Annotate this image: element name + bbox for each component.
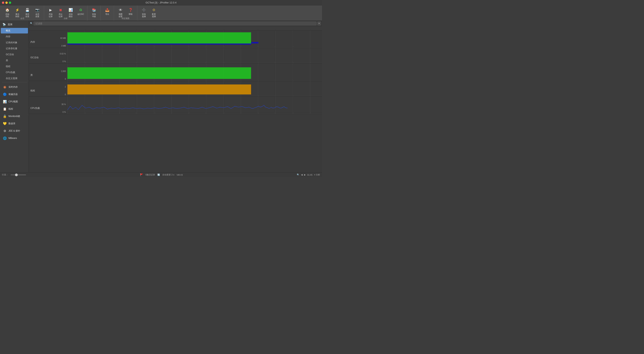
mbeans-label: MBeans bbox=[8, 137, 17, 139]
statusbar: 行高： 🚩 0激活记录 🔄 自动更新 2 s VM #3 🔍 ◀ ▶ 01:45… bbox=[0, 172, 322, 177]
help-icon: ❓ bbox=[128, 7, 133, 13]
sidebar-section-jee-probes[interactable]: ⚙ JEE & 探针 bbox=[1, 127, 28, 134]
active-sessions-label: 0激活记录 bbox=[146, 173, 155, 176]
sidebar-item-cpu-load[interactable]: CPU负载 bbox=[1, 70, 28, 75]
session-settings-button[interactable]: 📷 会话设置 bbox=[32, 6, 42, 18]
refresh-icon: 🔄 bbox=[157, 174, 160, 176]
classes-top-value: 2,000 bbox=[61, 70, 66, 72]
minimize-button[interactable] bbox=[6, 1, 8, 4]
cpu-views-icon: 📊 bbox=[3, 99, 7, 104]
gc-name: GC活动 bbox=[30, 56, 38, 59]
maximize-button[interactable] bbox=[9, 1, 11, 4]
threads-canvas bbox=[68, 81, 322, 96]
start-record-button[interactable]: ▶ 开始记录 bbox=[46, 6, 56, 18]
stop-record-button[interactable]: ⏹ 停止记录 bbox=[56, 6, 66, 18]
view-icon: 👁 bbox=[118, 7, 123, 13]
add-probe-button[interactable]: ➕ 添加遥测 bbox=[139, 6, 149, 18]
start-trace-button[interactable]: 📊 启动跟踪 bbox=[66, 6, 76, 18]
main-area: 📡 遥测 概览 内存 记录的对象 记录吞吐量 GC活动 类 线程 CPU负载 自… bbox=[0, 21, 322, 172]
toolbar-group-view-label: 特定视图 bbox=[114, 17, 137, 20]
telemetry-label: 遥测 bbox=[8, 23, 12, 26]
sidebar-section-database[interactable]: 💛 数据库 bbox=[1, 120, 28, 127]
config-probe-button[interactable]: ⚙ 配置遥测 bbox=[149, 6, 159, 18]
search-status-icon[interactable]: 🔍 bbox=[297, 174, 300, 176]
jee-probes-label: JEE & 探针 bbox=[8, 129, 20, 133]
sidebar-item-recorded-objects[interactable]: 记录的对象 bbox=[1, 40, 28, 45]
sidebar: 📡 遥测 概览 内存 记录的对象 记录吞吐量 GC活动 类 线程 CPU负载 自… bbox=[0, 21, 29, 172]
sidebar-item-overview[interactable]: 概览 bbox=[1, 28, 28, 33]
sidebar-item-classes[interactable]: 类 bbox=[1, 58, 28, 63]
row-height-slider[interactable] bbox=[10, 174, 26, 175]
sidebar-item-custom-probe[interactable]: 自定义遥测 bbox=[1, 76, 28, 81]
add-probe-label: 添加遥测 bbox=[142, 13, 146, 18]
lightning-icon: ⚡ bbox=[15, 7, 20, 13]
filter-dropdown-button[interactable]: ▼ bbox=[318, 21, 321, 25]
view-settings-button[interactable]: 👁 视图设置 bbox=[116, 6, 126, 18]
live-memory-icon: ◉ bbox=[3, 85, 7, 89]
sidebar-section-threads[interactable]: 📋 线程 bbox=[1, 105, 28, 112]
statusbar-left: 行高： bbox=[2, 173, 26, 176]
start-ide-button[interactable]: 🏠 启动IDE bbox=[2, 6, 12, 18]
monitor-lock-label: Monitor&锁 bbox=[8, 115, 20, 118]
classes-canvas bbox=[68, 63, 322, 81]
help-button[interactable]: ❓ 帮助 bbox=[126, 6, 136, 18]
gc-canvas bbox=[68, 48, 322, 63]
svg-rect-5 bbox=[68, 67, 251, 79]
update-label: 自动更新 2 s bbox=[162, 173, 174, 176]
add-bookmark-button[interactable]: 📚 添加书签 bbox=[89, 6, 99, 18]
heap-walker-icon: 🔵 bbox=[3, 92, 7, 96]
sidebar-section-monitor-lock[interactable]: 🔒 Monitor&锁 bbox=[1, 113, 28, 119]
gc-chart-row: 0.02 % GC活动 0 % bbox=[29, 48, 322, 63]
sidebar-section-telemetry[interactable]: 📡 遥测 bbox=[0, 21, 29, 28]
jee-probes-icon: ⚙ bbox=[3, 129, 7, 133]
run-gc-button[interactable]: ♻ 运行GC bbox=[76, 6, 86, 18]
toolbar-group-probe: ➕ 添加遥测 ⚙ 配置遥测 bbox=[137, 5, 160, 20]
timeline-header: 0:10 0:20 0:30 0:40 0:50 1:00 1:10 1:20 … bbox=[29, 26, 322, 30]
gc-top-value: 0.02 % bbox=[60, 53, 66, 55]
export-button[interactable]: 📤 导出 bbox=[102, 6, 112, 18]
toolbar-group-export: 📤 导出 bbox=[101, 5, 114, 20]
toolbar-group-session-label: 会话 bbox=[1, 17, 44, 20]
charts-scroll[interactable]: 60 MB 内存 0 MB bbox=[29, 30, 322, 172]
run-gc-label: 运行GC bbox=[78, 13, 84, 15]
memory-bottom-value: 0 MB bbox=[62, 45, 66, 47]
memory-chart-row: 60 MB 内存 0 MB bbox=[29, 30, 322, 48]
svg-rect-7 bbox=[68, 84, 251, 94]
config-probe-label: 配置遥测 bbox=[152, 13, 156, 18]
threads-top-value: 2 bbox=[65, 86, 66, 88]
threads-label: 2 线程 0 bbox=[29, 81, 68, 96]
threads-chart-row: 2 线程 0 bbox=[29, 81, 322, 97]
analysis-label[interactable]: ≡ 分析 bbox=[314, 173, 320, 176]
add-bookmark-label: 添加书签 bbox=[92, 13, 96, 18]
traffic-lights bbox=[2, 1, 11, 4]
memory-canvas bbox=[68, 30, 322, 48]
monitor-lock-icon: 🔒 bbox=[3, 114, 7, 118]
gc-svg bbox=[68, 48, 322, 63]
nav-right-icon[interactable]: ▶ bbox=[304, 174, 306, 176]
sidebar-item-memory[interactable]: 内存 bbox=[1, 34, 28, 39]
sidebar-section-cpu-views[interactable]: 📊 CPU视图 bbox=[1, 98, 28, 105]
help-label: 帮助 bbox=[129, 13, 132, 15]
sidebar-section-heap-walker[interactable]: 🔵 堆遍历器 bbox=[1, 91, 28, 97]
save-settings-button[interactable]: 💾 保存设置 bbox=[22, 6, 32, 18]
sidebar-item-gc-activity[interactable]: GC活动 bbox=[1, 52, 28, 57]
sidebar-section-mbeans[interactable]: 🌐 MBeans bbox=[1, 134, 28, 141]
sidebar-item-recorded-throughput[interactable]: 记录吞吐量 bbox=[1, 46, 28, 51]
charts-area: 0:10 0:20 0:30 0:40 0:50 1:00 1:10 1:20 … bbox=[29, 26, 322, 172]
camera-icon: 📷 bbox=[35, 7, 40, 13]
heap-walker-label: 堆遍历器 bbox=[8, 93, 18, 96]
toolbar-group-view: 👁 视图设置 ❓ 帮助 特定视图 bbox=[114, 5, 137, 20]
database-icon: 💛 bbox=[3, 121, 7, 126]
toolbar-group-bookmark: 📚 添加书签 bbox=[88, 5, 101, 20]
live-session-button[interactable]: ⚡ 激活快照 bbox=[12, 6, 22, 18]
sidebar-section-live-memory[interactable]: ◉ 实时内存 bbox=[1, 83, 28, 90]
books-icon: 📚 bbox=[91, 7, 97, 13]
nav-left-icon[interactable]: ◀ bbox=[301, 174, 302, 176]
close-button[interactable] bbox=[2, 1, 4, 4]
export-icon: 📤 bbox=[104, 7, 110, 13]
filter-input[interactable] bbox=[34, 21, 316, 25]
vm-label: VM #3 bbox=[176, 174, 183, 176]
sidebar-item-threads[interactable]: 线程 bbox=[1, 64, 28, 69]
flag-icon: 🚩 bbox=[140, 173, 143, 176]
cpu-bottom-value: 0 % bbox=[62, 111, 66, 113]
